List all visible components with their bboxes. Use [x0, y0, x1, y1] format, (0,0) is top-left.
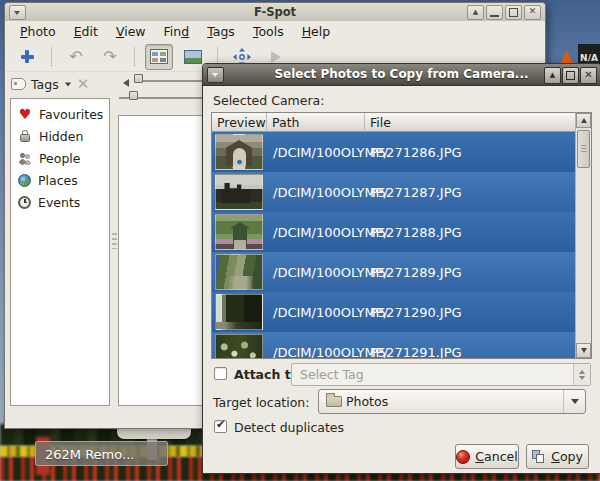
tag-item-people[interactable]: People [11, 147, 109, 169]
rotate-left-icon: ↶ [69, 49, 82, 65]
rotate-left-button[interactable]: ↶ [62, 44, 90, 70]
tag-item-places[interactable]: Places [11, 169, 109, 191]
rotate-right-icon: ↷ [103, 49, 116, 65]
copy-button[interactable]: Copy [526, 444, 589, 469]
attach-tag-checkbox[interactable] [214, 367, 227, 380]
table-row[interactable]: /DCIM/100OLYMP/ P5271288.JPG [212, 212, 575, 252]
detect-duplicates-checkbox[interactable] [214, 420, 227, 433]
dialog-action-area: Cancel Copy [203, 444, 591, 469]
photo-thumbnail [215, 334, 263, 358]
table-row[interactable]: /DCIM/100OLYMP/ P5271291.JPG [212, 332, 575, 358]
tag-item-label: Places [38, 173, 78, 188]
menu-photo[interactable]: Photo [11, 21, 65, 42]
column-header-path[interactable]: Path [267, 113, 365, 132]
tags-selector-label[interactable]: Tags [31, 77, 59, 92]
cell-file: P5271287.JPG [365, 185, 575, 200]
menu-edit[interactable]: Edit [65, 21, 107, 42]
weather-widget-value: N/A [578, 53, 600, 63]
menubar: Photo Edit View Find Tags Tools Help [5, 21, 545, 42]
single-image-icon [184, 50, 202, 64]
table-row[interactable]: /DCIM/100OLYMP/ P5271289.JPG [212, 252, 575, 292]
desktop: N/A F-Spot Photo Edit View Find Tags Too… [0, 0, 600, 481]
rotate-right-button[interactable]: ↷ [96, 44, 124, 70]
copy-icon [532, 450, 546, 464]
shade-button[interactable] [467, 5, 484, 20]
table-body: /DCIM/100OLYMP/ P5271286.JPG /DCIM/100OL… [212, 132, 575, 358]
cell-file: P5271286.JPG [365, 145, 575, 160]
window-title: F-Spot [5, 5, 545, 19]
padlock-icon [18, 130, 32, 143]
toolbar-separator [134, 47, 135, 67]
grid-view-icon [150, 49, 168, 64]
tag-item-favourites[interactable]: ♥ Favourites [11, 103, 109, 125]
dialog-maximize-button[interactable] [562, 67, 579, 84]
menu-view[interactable]: View [107, 21, 155, 42]
menu-help[interactable]: Help [293, 21, 340, 42]
select-tag-combobox[interactable]: Select Tag [291, 363, 591, 386]
tag-item-hidden[interactable]: Hidden [11, 125, 109, 147]
timeline-handle-upper[interactable] [134, 74, 143, 83]
chevron-down-icon[interactable] [64, 82, 70, 86]
table-row[interactable]: /DCIM/100OLYMP/ P5271287.JPG [212, 172, 575, 212]
cancel-button[interactable]: Cancel [455, 444, 519, 469]
table-row[interactable]: /DCIM/100OLYMP/ P5271286.JPG [212, 132, 575, 172]
cell-path: /DCIM/100OLYMP/ [267, 185, 365, 200]
dialog-close-button[interactable] [580, 67, 597, 84]
import-plus-icon [20, 49, 35, 64]
cell-file: P5271289.JPG [365, 265, 575, 280]
minimize-button[interactable] [486, 5, 503, 20]
tag-item-events[interactable]: Events [11, 191, 109, 213]
target-location-label: Target location: [213, 395, 309, 410]
pane-splitter[interactable] [112, 233, 117, 249]
combo-spinner-icon[interactable] [573, 364, 590, 385]
tag-item-label: Favourites [39, 107, 103, 122]
toolbar-separator [51, 47, 52, 67]
menu-tools[interactable]: Tools [244, 21, 293, 42]
copy-from-camera-dialog: Select Photos to Copy from Camera... Sel… [202, 63, 600, 474]
close-button[interactable] [524, 5, 541, 20]
dialog-title: Select Photos to Copy from Camera... [203, 67, 600, 81]
folder-icon [326, 396, 342, 407]
column-header-file[interactable]: File [365, 113, 575, 132]
column-header-preview[interactable]: Preview [212, 113, 267, 132]
cell-path: /DCIM/100OLYMP/ [267, 225, 365, 240]
target-location-combobox[interactable]: Photos [318, 389, 586, 414]
dialog-titlebar[interactable]: Select Photos to Copy from Camera... [203, 64, 600, 86]
tag-icon [11, 78, 26, 90]
photo-thumbnail [215, 134, 263, 170]
scroll-down-button[interactable] [576, 343, 591, 358]
fspot-titlebar[interactable]: F-Spot [5, 3, 545, 22]
menu-find[interactable]: Find [155, 21, 199, 42]
table-scrollbar[interactable] [575, 113, 591, 358]
target-location-row: Target location: Photos [203, 388, 600, 414]
photo-thumbnail [215, 254, 263, 290]
select-tag-value: Select Tag [300, 367, 364, 382]
menu-tags[interactable]: Tags [198, 21, 244, 42]
tag-list: ♥ Favourites Hidden People Places Events [10, 98, 110, 406]
stop-icon [456, 450, 470, 464]
maximize-button[interactable] [505, 5, 522, 20]
cell-path: /DCIM/100OLYMP/ [267, 265, 365, 280]
tag-item-label: People [39, 151, 81, 166]
timeline-handle-lower[interactable] [129, 91, 138, 100]
timeline-left-arrow[interactable] [123, 79, 129, 87]
scroll-up-button[interactable] [576, 113, 591, 128]
cell-path: /DCIM/100OLYMP/ [267, 145, 365, 160]
scrollbar-thumb[interactable] [577, 130, 590, 168]
cancel-button-label: Cancel [475, 449, 517, 464]
clear-tags-icon[interactable]: ✕ [77, 77, 90, 91]
dialog-shade-button[interactable] [544, 67, 561, 84]
play-icon [271, 51, 281, 63]
import-button[interactable] [13, 44, 41, 70]
table-row[interactable]: /DCIM/100OLYMP/ P5271290.JPG [212, 292, 575, 332]
photo-table: Preview Path File /DCIM/100OLYMP/ P52712… [211, 112, 592, 359]
chevron-down-icon [571, 399, 579, 404]
table-header: Preview Path File [212, 113, 575, 132]
combo-dropdown-button[interactable] [563, 390, 585, 413]
photo-thumbnail [215, 214, 263, 250]
detect-duplicates-label: Detect duplicates [234, 420, 344, 435]
cell-file: P5271291.JPG [365, 345, 575, 359]
target-location-value: Photos [346, 394, 388, 409]
photo-thumbnail [215, 174, 263, 210]
browse-view-button[interactable] [145, 44, 173, 70]
